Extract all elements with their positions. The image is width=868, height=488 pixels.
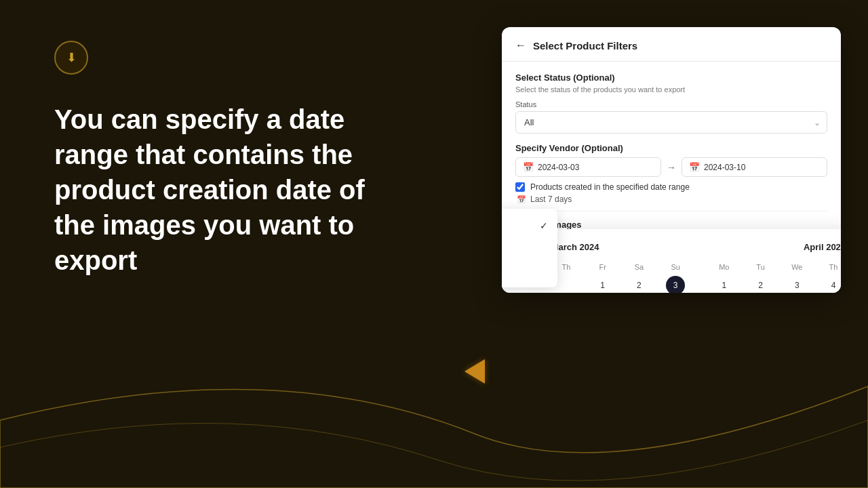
brand-logo: ⬇: [54, 41, 88, 75]
date-range-checkbox[interactable]: [515, 182, 525, 192]
cal-day-mar2[interactable]: 2: [629, 276, 648, 293]
cal-day-empty: [557, 276, 576, 293]
status-section-title: Select Status (Optional): [515, 73, 827, 83]
back-icon[interactable]: ←: [515, 39, 526, 52]
status-label: Status: [515, 100, 827, 108]
date-dropdown-popup: Last 7 days ✓ Last 30 days Custom: [502, 209, 557, 287]
day-header-tu-apr: Tu: [743, 260, 778, 274]
day-header-we-apr: We: [779, 260, 814, 274]
cal-day-apr4[interactable]: 4: [824, 276, 841, 293]
badge-calendar-icon: 📅: [517, 195, 526, 204]
panel-header: ← Select Product Filters: [502, 27, 841, 62]
status-select-wrapper: All Active Inactive Draft ⌄: [515, 111, 827, 134]
april-grid: Mo Tu We Th Fr Sa Su 1 2 3 4 5 6 7: [707, 260, 841, 293]
dropdown-item-custom[interactable]: Custom: [502, 260, 557, 282]
date-range-row: 📅 2024-03-03 → 📅 2024-03-10: [515, 157, 827, 177]
day-header-su: Su: [658, 260, 693, 274]
date-range-badge: 📅 Last 7 days: [515, 195, 827, 204]
filter-panel: ← Select Product Filters Select Status (…: [502, 27, 841, 293]
panel-title: Select Product Filters: [533, 40, 637, 52]
vendor-section-title: Specify Vendor (Optional): [515, 143, 827, 153]
end-date-value: 2024-03-10: [704, 163, 745, 172]
cal-day-apr3[interactable]: 3: [787, 276, 806, 293]
day-header-sa: Sa: [622, 260, 657, 274]
day-header-fr: Fr: [585, 260, 620, 274]
cal-day-mar3[interactable]: 3: [666, 276, 685, 293]
status-section-subtitle: Select the status of the products you wa…: [515, 85, 827, 94]
end-date-input[interactable]: 📅 2024-03-10: [682, 157, 827, 177]
calendar-icon-end: 📅: [689, 162, 700, 172]
checkbox-row: Products created in the specified date r…: [515, 182, 827, 192]
calendar-april: April 2024 → Mo Tu We Th Fr Sa Su 1 2 3: [707, 240, 841, 293]
hero-text: You can specify a date range that contai…: [54, 102, 407, 278]
dropdown-item-last7[interactable]: Last 7 days ✓: [502, 214, 557, 237]
arrow-pointer: [465, 359, 485, 384]
start-date-value: 2024-03-03: [538, 163, 579, 172]
panel-body: Select Status (Optional) Select the stat…: [502, 62, 841, 293]
day-header-mo-apr: Mo: [707, 260, 742, 274]
preview-title: Preview Images: [515, 220, 827, 230]
status-select[interactable]: All Active Inactive Draft: [515, 111, 827, 134]
calendar-icon-start: 📅: [523, 162, 534, 172]
day-header-th-apr: Th: [816, 260, 841, 274]
checkmark-icon: ✓: [540, 220, 548, 231]
dropdown-item-last30[interactable]: Last 30 days: [502, 237, 557, 260]
checkbox-label: Products created in the specified date r…: [530, 182, 690, 192]
date-range-text: Last 7 days: [530, 195, 572, 204]
cal-day-mar1[interactable]: 1: [593, 276, 612, 293]
april-title: April 2024: [707, 242, 841, 252]
april-header: April 2024 →: [707, 240, 841, 253]
start-date-input[interactable]: 📅 2024-03-03: [515, 157, 661, 177]
cal-day-apr2[interactable]: 2: [751, 276, 770, 293]
date-arrow-icon: →: [667, 162, 676, 173]
cal-day-apr1[interactable]: 1: [715, 276, 734, 293]
